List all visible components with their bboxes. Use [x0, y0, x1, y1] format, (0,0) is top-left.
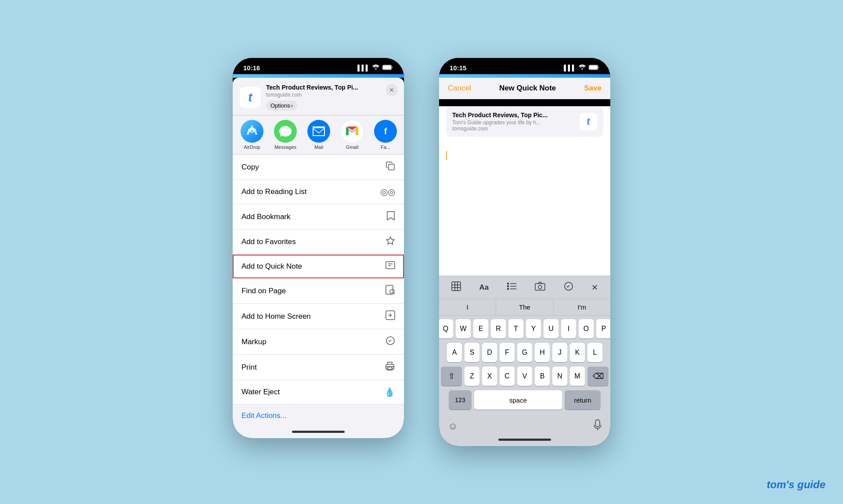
messages-label: Messages	[274, 144, 296, 150]
edit-actions-link[interactable]: Edit Actions...	[241, 411, 287, 420]
share-domain: tomsguide.com	[266, 92, 397, 98]
share-header: t Tech Product Reviews, Top Pi... tomsgu…	[233, 78, 404, 115]
toms-guide-text: tom's guide	[767, 479, 825, 490]
pred-word-2[interactable]: The	[496, 299, 553, 315]
key-J[interactable]: J	[552, 343, 567, 362]
key-B[interactable]: B	[535, 367, 550, 386]
close-button[interactable]: ✕	[385, 84, 398, 96]
svg-point-15	[507, 283, 508, 284]
keyboard-bottom: ☺	[439, 416, 610, 435]
keyboard: Q W E R T Y U I O P A S D F G H J K	[439, 316, 610, 416]
link-card-domain: tomsguide.com	[452, 126, 574, 132]
home-indicator	[233, 427, 404, 438]
favorites-menu-item[interactable]: Add to Favorites	[233, 230, 404, 255]
numbers-key[interactable]: 123	[449, 390, 472, 410]
key-I[interactable]: I	[561, 319, 576, 338]
microphone-button[interactable]	[594, 419, 602, 433]
home-screen-icon	[385, 310, 395, 322]
note-space	[439, 232, 610, 276]
key-Y[interactable]: Y	[526, 319, 541, 338]
phones-wrapper: 10:16 ▌▌▌ t Tech Product Reviews, Top Pi…	[233, 58, 610, 446]
cancel-button[interactable]: Cancel	[448, 84, 471, 93]
gmail-icon	[341, 120, 364, 143]
favorites-label: Add to Favorites	[241, 238, 296, 246]
key-D[interactable]: D	[482, 343, 497, 362]
key-C[interactable]: C	[500, 367, 515, 386]
key-M[interactable]: M	[570, 367, 585, 386]
text-format-icon[interactable]: Aa	[476, 281, 492, 294]
key-P[interactable]: P	[596, 319, 610, 338]
pred-word-3[interactable]: I'm	[554, 299, 610, 315]
key-X[interactable]: X	[482, 367, 497, 386]
close-keyboard-icon[interactable]: ✕	[588, 281, 602, 294]
time-phone1: 10:16	[243, 64, 260, 72]
mail-label: Mail	[314, 144, 323, 150]
water-eject-menu-item[interactable]: Water Eject 💧	[233, 380, 404, 404]
emoji-button[interactable]: ☺	[448, 421, 458, 432]
key-T[interactable]: T	[508, 319, 523, 338]
note-blue-bar	[439, 74, 610, 78]
key-K[interactable]: K	[570, 343, 585, 362]
shift-key[interactable]: ⇧	[441, 367, 462, 386]
messages-icon-item[interactable]: Messages	[273, 120, 298, 150]
print-menu-item[interactable]: Print	[233, 355, 404, 380]
key-Q[interactable]: Q	[439, 319, 453, 338]
note-text-area[interactable]	[439, 144, 610, 232]
svg-rect-5	[386, 262, 395, 269]
airdrop-icon-item[interactable]: AirDrop	[240, 120, 264, 150]
save-button[interactable]: Save	[584, 84, 602, 93]
key-L[interactable]: L	[587, 343, 602, 362]
find-page-label: Find on Page	[241, 287, 286, 295]
time-phone2: 10:15	[450, 64, 466, 72]
key-U[interactable]: U	[544, 319, 558, 338]
key-V[interactable]: V	[517, 367, 532, 386]
key-W[interactable]: W	[456, 319, 471, 338]
key-N[interactable]: N	[552, 367, 567, 386]
home-bar	[292, 431, 345, 433]
svg-rect-14	[452, 282, 461, 291]
key-A[interactable]: A	[447, 343, 462, 362]
key-R[interactable]: R	[491, 319, 506, 338]
pred-word-1[interactable]: I	[439, 299, 496, 315]
return-key[interactable]: return	[565, 390, 601, 410]
space-key[interactable]: space	[474, 390, 562, 410]
svg-rect-4	[389, 164, 394, 170]
signal-icon-2: ▌▌▌	[564, 65, 576, 71]
options-button[interactable]: Options ›	[266, 101, 297, 111]
svg-point-16	[507, 286, 508, 287]
quick-note-menu-item[interactable]: Add to Quick Note	[233, 255, 404, 278]
list-icon[interactable]	[504, 281, 520, 294]
more-icon-item[interactable]: f Fa...	[373, 120, 398, 150]
key-H[interactable]: H	[535, 343, 550, 362]
backspace-key[interactable]: ⌫	[587, 367, 609, 386]
markup-menu-item[interactable]: Markup	[233, 329, 404, 355]
table-tool-icon[interactable]	[448, 280, 465, 295]
wifi-icon	[372, 65, 379, 71]
link-card-desc: Tom's Guide upgrades your life by h...	[452, 119, 574, 126]
markup-tool-icon[interactable]	[560, 280, 577, 295]
key-Z[interactable]: Z	[465, 367, 479, 386]
wifi-icon-2	[579, 65, 586, 71]
gmail-icon-item[interactable]: Gmail	[340, 120, 364, 150]
copy-label: Copy	[241, 163, 259, 172]
key-G[interactable]: G	[517, 343, 532, 362]
reading-list-icon: ◎◎	[380, 187, 395, 197]
home-screen-menu-item[interactable]: Add to Home Screen	[233, 304, 404, 329]
markup-label: Markup	[241, 338, 267, 346]
camera-icon[interactable]	[531, 280, 549, 295]
key-S[interactable]: S	[465, 343, 479, 362]
bookmark-menu-item[interactable]: Add Bookmark	[233, 204, 404, 230]
key-E[interactable]: E	[473, 319, 488, 338]
battery-icon	[382, 65, 393, 72]
key-F[interactable]: F	[500, 343, 515, 362]
copy-menu-item[interactable]: Copy	[233, 155, 404, 180]
mail-icon-item[interactable]: Mail	[306, 120, 331, 150]
gmail-label: Gmail	[346, 144, 359, 150]
keyboard-row-4: 123 space return	[441, 390, 609, 410]
reading-list-menu-item[interactable]: Add to Reading List ◎◎	[233, 180, 404, 204]
svg-rect-3	[356, 127, 358, 135]
key-O[interactable]: O	[579, 319, 594, 338]
find-page-menu-item[interactable]: Find on Page	[233, 278, 404, 304]
svg-rect-21	[595, 420, 600, 427]
home-bar-2	[498, 439, 551, 441]
